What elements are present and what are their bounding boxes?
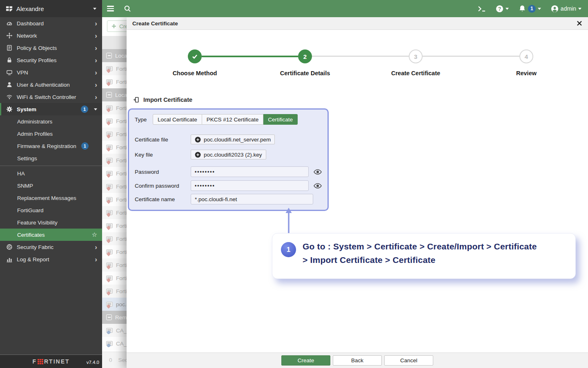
topbar-right-cluster: ? 1 admin	[473, 5, 588, 13]
star-icon[interactable]: ☆	[92, 231, 97, 238]
plus-icon	[111, 24, 116, 29]
sidebar-subitem-snmp[interactable]: SNMP	[0, 180, 102, 192]
topbar: ? 1 admin	[102, 0, 588, 17]
sidebar-item-security-fabric[interactable]: Security Fabric ›	[0, 241, 102, 253]
sidebar-subitem-ha[interactable]: HA	[0, 167, 102, 180]
sidebar-item-policy-objects[interactable]: Policy & Objects ›	[0, 42, 102, 54]
subitem-label: Certificates	[17, 232, 45, 238]
type-option-pkcs12-certificate[interactable]: PKCS #12 Certificate	[202, 114, 264, 125]
sidebar-subitem-feature-visibility[interactable]: Feature Visibility	[0, 216, 102, 229]
local-certificate-icon	[106, 119, 113, 123]
subitem-label: Firmware & Registration	[17, 143, 76, 149]
notifications-menu[interactable]: 1	[519, 5, 541, 13]
sidebar-item-log-report[interactable]: Log & Report ›	[0, 253, 102, 265]
sidebar-subitem-firmware-registration[interactable]: Firmware & Registration1	[0, 140, 102, 152]
row-label: Forti	[116, 171, 127, 177]
subitem-label: Admin Profiles	[17, 131, 53, 137]
close-icon[interactable]	[577, 20, 582, 26]
fortinet-logo-rest: RTINET	[44, 358, 70, 365]
back-button[interactable]: Back	[333, 355, 382, 366]
type-option-certificate-selected[interactable]: Certificate	[263, 114, 298, 125]
certificate-file-name: poc.cloudifi.net_server.pem	[204, 137, 271, 143]
admin-username: admin	[561, 5, 576, 12]
step-2-circle-active: 2	[298, 49, 312, 63]
confirm-password-input[interactable]	[191, 180, 309, 191]
row-label: Forti	[116, 184, 127, 190]
sidebar-subitem-administrators[interactable]: Administrators	[0, 115, 102, 128]
certificate-file-upload-button[interactable]: poc.cloudifi.net_server.pem	[191, 135, 275, 144]
sidebar-item-vpn[interactable]: VPN ›	[0, 66, 102, 79]
collapse-icon[interactable]	[106, 92, 112, 98]
certificate-name-row: Certificate name	[135, 194, 322, 204]
row-label: Forti	[116, 236, 127, 242]
modal-header: Create Certificate	[127, 17, 588, 30]
sidebar-subitem-settings[interactable]: Settings	[0, 152, 102, 164]
help-menu[interactable]: ?	[496, 5, 509, 13]
tutorial-callout: 1 Go to : System > Certificate > Create/…	[272, 233, 576, 279]
cli-console-button[interactable]	[478, 6, 486, 12]
sidebar-item-label: Policy & Objects	[17, 45, 57, 51]
cancel-button[interactable]: Cancel	[384, 355, 433, 366]
collapse-icon[interactable]	[106, 53, 112, 58]
import-certificate-form: Type Local Certificate PKCS #12 Certific…	[128, 108, 329, 211]
sidebar-item-system[interactable]: System 1	[0, 103, 102, 115]
local-certificate-icon	[106, 132, 113, 137]
sidebar-item-wifi-switch[interactable]: WiFi & Switch Controller ›	[0, 91, 102, 103]
sidebar-item-label: WiFi & Switch Controller	[17, 94, 76, 100]
row-label: Forti	[116, 118, 127, 124]
local-certificate-icon	[106, 302, 113, 307]
key-file-upload-button[interactable]: poc.cloudifi2023 (2).key	[191, 150, 266, 159]
local-certificate-icon	[106, 66, 113, 71]
certificate-name-input[interactable]	[191, 194, 313, 204]
chevron-right-icon: ›	[95, 45, 97, 52]
terminal-icon	[478, 6, 486, 12]
eye-icon[interactable]	[314, 169, 322, 175]
create-button[interactable]: Create	[281, 355, 330, 366]
callout-text-line2: > Import Certificate > Certificate	[303, 253, 570, 267]
notification-badge: 1	[528, 5, 536, 13]
sidebar-subitem-admin-profiles[interactable]: Admin Profiles	[0, 128, 102, 140]
main-content: Create Loca Forti Forti Loca Forti Forti…	[102, 17, 588, 368]
chevron-right-icon: ›	[95, 256, 97, 263]
key-file-row: Key file poc.cloudifi2023 (2).key	[135, 150, 322, 159]
row-label: Forti	[116, 288, 127, 294]
firmware-badge: 1	[81, 142, 89, 150]
collapse-icon[interactable]	[106, 314, 112, 320]
sidebar-item-security-profiles[interactable]: Security Profiles ›	[0, 54, 102, 66]
admin-menu[interactable]: admin	[551, 5, 581, 13]
search-icon[interactable]	[124, 5, 131, 12]
sidebar-item-label: Security Profiles	[17, 57, 57, 63]
callout-step-badge: 1	[281, 242, 296, 257]
sidebar-subitem-certificates[interactable]: Certificates ☆	[0, 229, 102, 241]
app-root: Alexandre Dashboard › Network › Policy &…	[0, 0, 588, 368]
step-connector	[423, 56, 519, 57]
step-connector	[312, 56, 409, 57]
chevron-down-icon	[538, 8, 541, 10]
password-input[interactable]	[191, 166, 309, 177]
chevron-right-icon: ›	[95, 32, 97, 39]
local-certificate-icon	[106, 289, 113, 294]
sidebar: Alexandre Dashboard › Network › Policy &…	[0, 0, 102, 368]
row-label: Forti	[116, 223, 127, 229]
row-label: Forti	[116, 157, 127, 164]
eye-icon[interactable]	[314, 183, 322, 188]
local-certificate-icon	[106, 210, 113, 215]
sidebar-subitem-fortiguard[interactable]: FortiGuard	[0, 204, 102, 216]
admin-avatar-icon	[551, 5, 559, 13]
table-footer-count: 0	[109, 357, 112, 363]
sidebar-item-dashboard[interactable]: Dashboard ›	[0, 17, 102, 29]
hamburger-menu-icon[interactable]	[107, 6, 114, 11]
sidebar-subitem-replacement-messages[interactable]: Replacement Messages	[0, 192, 102, 204]
local-certificate-icon	[106, 79, 113, 84]
sidebar-item-network[interactable]: Network ›	[0, 29, 102, 42]
local-certificate-icon	[106, 249, 113, 254]
device-switcher[interactable]: Alexandre	[0, 0, 102, 17]
chevron-right-icon: ›	[95, 20, 97, 27]
type-segmented-control: Local Certificate PKCS #12 Certificate C…	[153, 114, 298, 125]
security-fabric-icon	[6, 244, 13, 251]
hostname-label: Alexandre	[16, 5, 44, 12]
sidebar-item-user-authentication[interactable]: User & Authentication ›	[0, 79, 102, 91]
row-label: Rem	[115, 314, 127, 321]
type-option-local-certificate[interactable]: Local Certificate	[153, 114, 202, 125]
system-badge: 1	[81, 105, 88, 113]
